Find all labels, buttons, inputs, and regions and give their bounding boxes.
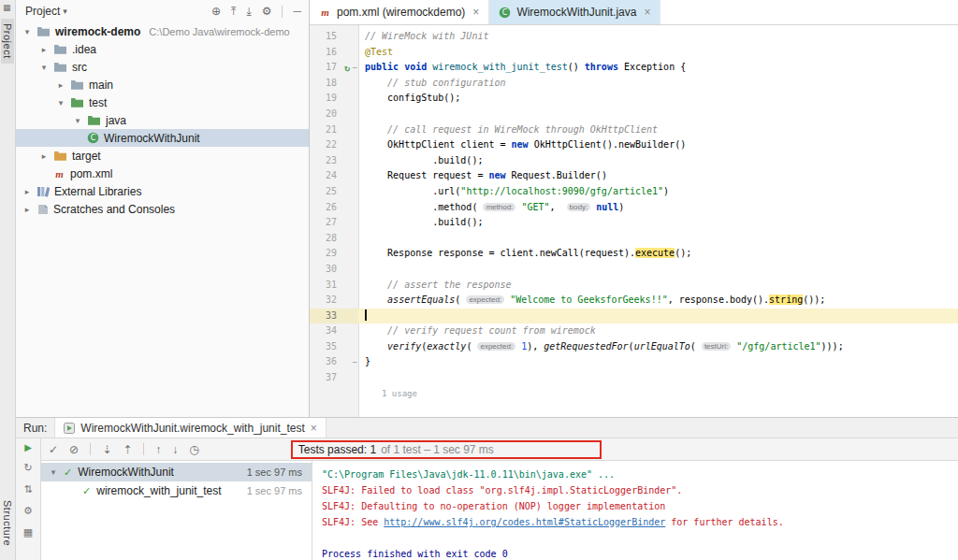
usages-inlay-hint[interactable]: 1 usage — [382, 389, 417, 398]
gutter-line-number[interactable]: 28 — [310, 231, 358, 247]
code-line[interactable]: 26 .method( method: "GET", body: null) — [310, 200, 958, 216]
code-line[interactable]: 18 // stub configuration — [310, 76, 958, 92]
gutter-line-number[interactable]: 37 — [310, 370, 358, 386]
locate-file-icon[interactable]: ⊕ — [211, 5, 221, 18]
gutter-line-number[interactable]: 34 — [310, 323, 358, 339]
run-console[interactable]: "C:\Program Files\Java\jdk-11.0.11\bin\j… — [312, 461, 958, 560]
tree-item-test[interactable]: ▾ test — [16, 93, 309, 111]
code-line[interactable]: 32 assertEquals( expected: "Welcome to G… — [310, 293, 958, 309]
pin-grid-icon[interactable]: ▦ — [23, 526, 33, 538]
project-stripe-tab[interactable]: Project — [1, 19, 14, 64]
gutter-line-number[interactable]: 18 — [310, 76, 358, 92]
show-ignored-icon[interactable]: ⊘ — [69, 443, 79, 456]
code-line[interactable]: 31 // assert the response — [310, 278, 958, 294]
code-line[interactable]: 35 verify(exactly( expected: 1), getRequ… — [310, 339, 958, 355]
close-icon[interactable]: × — [644, 6, 650, 19]
rerun-failed-icon[interactable]: ↻ — [23, 462, 32, 474]
gutter-line-number[interactable]: 20 — [310, 107, 358, 122]
gutter-line-number[interactable]: 19 — [310, 91, 358, 107]
gear-icon[interactable]: ⚙ — [262, 5, 272, 18]
tree-item-wiremock-demo[interactable]: ▾ wiremock-demo C:\Demo Java\wiremock-de… — [16, 22, 309, 40]
chevron-down-icon[interactable]: ▾ — [49, 467, 58, 477]
code-line[interactable]: 36−} — [310, 354, 958, 370]
tree-item-target[interactable]: ▸ target — [16, 147, 309, 165]
close-icon[interactable]: × — [311, 422, 317, 435]
gutter-line-number[interactable]: 27 — [310, 215, 358, 231]
expand-all-icon[interactable]: ⤒ — [231, 5, 236, 18]
fold-icon[interactable]: − — [353, 354, 357, 370]
console-link[interactable]: http://www.slf4j.org/codes.html#StaticLo… — [384, 517, 665, 527]
gutter-line-number[interactable]: 30 — [310, 262, 358, 278]
hide-panel-icon[interactable]: ─ — [293, 5, 301, 18]
project-panel-title[interactable]: Project — [25, 5, 60, 18]
gutter-line-number[interactable]: 36− — [310, 354, 358, 370]
code-line[interactable]: 16@Test — [310, 45, 958, 61]
code-line[interactable]: 37 — [310, 370, 958, 386]
code-line[interactable]: 22 OkHttpClient client = new OkHttpClien… — [310, 137, 958, 153]
tree-item-pom-xml[interactable]: m pom.xml — [16, 165, 309, 182]
chevron-right-icon[interactable]: ▸ — [39, 151, 49, 161]
gutter-line-number[interactable]: 31 — [310, 278, 358, 294]
gutter-line-number[interactable]: 24 — [310, 168, 358, 184]
fold-icon[interactable]: − — [353, 60, 357, 76]
tab-pom-xml[interactable]: m pom.xml (wiremockdemo) × — [310, 0, 489, 24]
gutter-line-number[interactable]: 17↻− — [310, 60, 358, 76]
gutter-line-number[interactable]: 16 — [310, 45, 358, 61]
gutter-line-number[interactable]: 22 — [310, 137, 358, 153]
code-editor[interactable]: 15// WireMock with JUnit16@Test17↻−publi… — [310, 25, 958, 417]
chevron-right-icon[interactable]: ▸ — [22, 205, 32, 214]
gutter-line-number[interactable]: 25 — [310, 184, 358, 200]
structure-stripe-tab[interactable]: Structure — [1, 495, 14, 551]
collapse-all-icon[interactable]: ⤓ — [246, 5, 251, 18]
gutter-line-number[interactable]: 26 — [310, 200, 358, 216]
tree-item-idea[interactable]: ▸ .idea — [16, 40, 309, 58]
test-suite-row[interactable]: ▾ ✓ WiremockWithJunit 1 sec 97 ms — [41, 463, 312, 481]
chevron-down-icon[interactable]: ▾ — [22, 27, 32, 36]
code-line[interactable]: 20 — [310, 107, 958, 122]
gutter-line-number[interactable]: 32 — [310, 293, 358, 309]
tree-item-external-libraries[interactable]: ▸ External Libraries — [16, 182, 309, 200]
gutter-line-number[interactable]: 35 — [310, 339, 358, 355]
code-line[interactable]: 19 configStub(); — [310, 91, 958, 107]
close-icon[interactable]: × — [472, 6, 479, 19]
chevron-down-icon[interactable]: ▾ — [56, 98, 65, 108]
run-test-gutter-icon[interactable]: ↻ — [344, 61, 350, 77]
code-line[interactable]: 25 .url("http://localhost:9090/gfg/artic… — [310, 184, 958, 200]
code-line[interactable]: 30 — [310, 262, 958, 278]
tree-item-src[interactable]: ▾ src — [16, 58, 309, 76]
gutter-line-number[interactable]: 15 — [310, 29, 358, 45]
code-line[interactable]: 29 Response response = client.newCall(re… — [310, 246, 958, 262]
tree-item-main[interactable]: ▸ main — [16, 76, 309, 93]
tool-windows-icon[interactable]: ▦ — [3, 3, 11, 12]
code-line[interactable]: 17↻−public void wiremock_with_junit_test… — [310, 60, 958, 76]
gear-icon[interactable]: ⚙ — [23, 505, 33, 517]
code-line[interactable]: 23 .build(); — [310, 153, 958, 169]
gutter-line-number[interactable]: 33 — [310, 309, 358, 324]
sort-icon[interactable]: ⇅ — [23, 483, 32, 495]
run-configuration-tab[interactable]: WiremockWithJunit.wiremock_with_junit_te… — [54, 418, 326, 438]
code-line[interactable]: 24 Request request = new Request.Builder… — [310, 168, 958, 184]
rerun-button[interactable]: ▶ — [24, 442, 32, 452]
gutter-line-number[interactable]: 29 — [310, 246, 358, 262]
test-history-icon[interactable]: ◷ — [189, 443, 198, 456]
sort-alphabetically-icon[interactable]: ⇣ — [102, 443, 111, 456]
show-passed-icon[interactable]: ✓ — [49, 443, 58, 456]
code-line[interactable]: 28 — [310, 231, 958, 247]
code-line[interactable]: 34 // verify request count from wiremock — [310, 323, 958, 339]
chevron-right-icon[interactable]: ▸ — [39, 45, 49, 54]
code-line[interactable]: 33 — [310, 309, 958, 324]
gutter-line-number[interactable]: 23 — [310, 153, 358, 169]
chevron-down-icon[interactable]: ▾ — [63, 7, 67, 16]
code-line[interactable]: 15// WireMock with JUnit — [310, 29, 958, 45]
tab-wiremockwithjunit-java[interactable]: C WiremockWithJunit.java × — [489, 0, 660, 24]
sort-by-duration-icon[interactable]: ⇡ — [123, 443, 132, 456]
chevron-right-icon[interactable]: ▸ — [56, 80, 65, 90]
previous-failed-icon[interactable]: ↑ — [155, 443, 161, 456]
tree-item-java[interactable]: ▾ java — [16, 111, 309, 129]
code-line[interactable]: 21 // call request in WireMock through O… — [310, 122, 958, 138]
gutter-line-number[interactable]: 21 — [310, 122, 358, 138]
tree-item-scratches[interactable]: ▸ Scratches and Consoles — [16, 200, 309, 218]
chevron-down-icon[interactable]: ▾ — [39, 63, 49, 72]
chevron-down-icon[interactable]: ▾ — [73, 116, 82, 125]
chevron-right-icon[interactable]: ▸ — [22, 187, 32, 196]
